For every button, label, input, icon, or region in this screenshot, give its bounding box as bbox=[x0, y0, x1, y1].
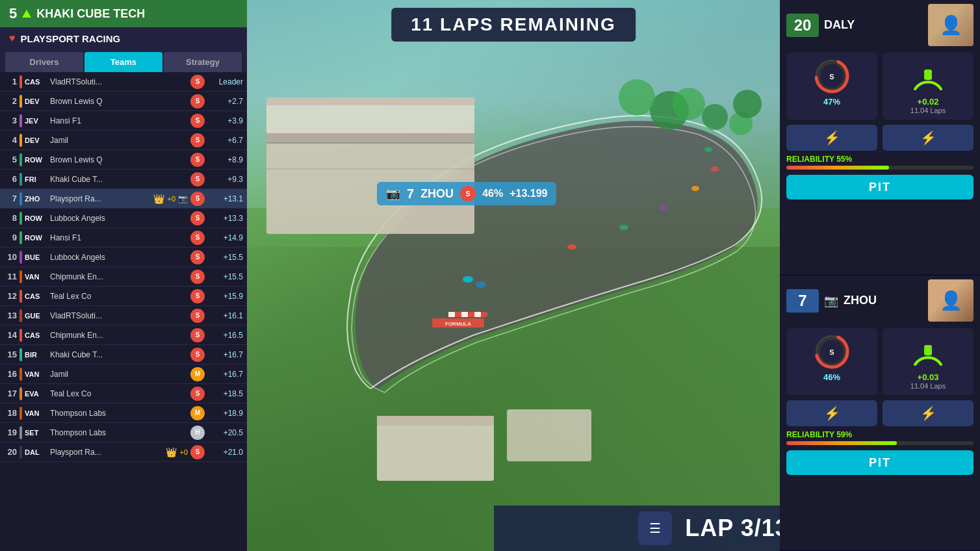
daly-number: 20 bbox=[786, 14, 819, 37]
daly-pit-button[interactable]: PIT bbox=[786, 175, 974, 199]
standing-row-10[interactable]: 10 BUE Lubbock Angels S +15.5 bbox=[0, 248, 247, 267]
zhou-number: 7 bbox=[786, 289, 819, 313]
zhou-fuel-stat: +0.03 11.04 Laps bbox=[883, 328, 974, 395]
row-position: 6 bbox=[4, 174, 17, 184]
zhou-tyre-circle: S bbox=[814, 333, 850, 370]
zhou-speed-button[interactable]: ⚡ bbox=[786, 400, 877, 426]
bottom-bar: ☰ LAP 3/13 ⛑ 📹 bbox=[494, 506, 780, 551]
team-color-bar bbox=[19, 329, 22, 342]
standing-row-1[interactable]: 1 CAS VladRTSoluti... S Leader bbox=[0, 72, 247, 92]
row-gap: +18.9 bbox=[207, 409, 243, 418]
standing-row-19[interactable]: 19 SET Thompson Labs H +20.5 bbox=[0, 423, 247, 442]
row-driver-name: Playsport Ra... bbox=[50, 194, 151, 203]
zhou-boost-button[interactable]: ⚡ bbox=[883, 400, 974, 426]
row-position: 12 bbox=[4, 291, 17, 301]
standing-row-6[interactable]: 6 FRI Khaki Cube T... S +9.3 bbox=[0, 170, 247, 189]
team-name-header: KHAKI CUBE TECH bbox=[36, 7, 145, 21]
hud-camera-icon: 📷 bbox=[386, 186, 400, 201]
row-driver-name: Brown Lewis Q bbox=[50, 155, 188, 164]
sponsor-name: PLAYSPORT RACING bbox=[21, 33, 121, 44]
crown-icon: 👑 bbox=[166, 447, 177, 457]
row-driver-name: Brown Lewis Q bbox=[50, 97, 188, 106]
row-position: 20 bbox=[4, 447, 17, 457]
row-gap: +18.5 bbox=[207, 389, 243, 398]
svg-point-22 bbox=[619, 79, 655, 116]
svg-rect-9 bbox=[448, 312, 455, 317]
team-color-bar bbox=[19, 270, 22, 283]
menu-button[interactable]: ☰ bbox=[638, 511, 672, 545]
row-team-code: CAS bbox=[25, 331, 47, 339]
standing-row-7[interactable]: 7 ZHO Playsport Ra... 👑 +0 📷 S +13.1 bbox=[0, 189, 247, 209]
crown-icon: 👑 bbox=[153, 194, 164, 204]
standing-row-15[interactable]: 15 BIR Khaki Cube T... S +16.7 bbox=[0, 345, 247, 365]
zhou-pit-button[interactable]: PIT bbox=[786, 450, 974, 475]
team-color-bar bbox=[19, 426, 22, 439]
standing-row-16[interactable]: 16 VAN Jamil M +16.7 bbox=[0, 365, 247, 384]
row-tyre-badge: M bbox=[190, 367, 205, 381]
team-color-bar bbox=[19, 75, 22, 88]
daly-reliability-fill bbox=[786, 166, 889, 170]
tab-strategy[interactable]: Strategy bbox=[164, 52, 242, 72]
standing-row-18[interactable]: 18 VAN Thompson Labs M +18.9 bbox=[0, 404, 247, 423]
tab-teams[interactable]: Teams bbox=[84, 52, 162, 72]
zhou-stats: S 46% +0.03 11.04 Laps bbox=[780, 326, 980, 398]
row-tyre-badge: S bbox=[190, 133, 205, 147]
row-gap: +20.5 bbox=[207, 428, 243, 437]
standing-row-3[interactable]: 3 JEV Hansi F1 S +3.9 bbox=[0, 111, 247, 131]
row-tyre-badge: S bbox=[190, 114, 205, 128]
standing-row-12[interactable]: 12 CAS Teal Lex Co S +15.9 bbox=[0, 287, 247, 306]
standing-row-4[interactable]: 4 DEV Jamil S +6.7 bbox=[0, 131, 247, 150]
daly-boost-button[interactable]: ⚡ bbox=[883, 125, 974, 151]
row-position: 19 bbox=[4, 428, 17, 437]
standing-row-9[interactable]: 9 ROW Hansi F1 S +14.9 bbox=[0, 228, 247, 248]
row-position: 8 bbox=[4, 213, 17, 223]
row-position: 13 bbox=[4, 311, 17, 320]
zhou-fuel-val: +0.03 bbox=[918, 372, 939, 382]
row-driver-name: Hansi F1 bbox=[50, 233, 188, 242]
standing-row-14[interactable]: 14 CAS Chipmunk En... S +16.5 bbox=[0, 326, 247, 345]
team-banner: ♥ PLAYSPORT RACING bbox=[0, 27, 247, 49]
daly-fuel-arc bbox=[910, 58, 946, 94]
svg-point-23 bbox=[463, 276, 473, 283]
row-driver-name: Jamil bbox=[50, 136, 188, 145]
standing-row-8[interactable]: 8 ROW Lubbock Angels S +13.3 bbox=[0, 209, 247, 228]
svg-rect-13 bbox=[377, 416, 494, 426]
svg-point-27 bbox=[659, 205, 667, 211]
daly-tyre-circle: S bbox=[814, 58, 850, 94]
row-team-code: DEV bbox=[25, 97, 47, 105]
zhou-reliability-fill bbox=[786, 441, 897, 445]
row-position: 3 bbox=[4, 116, 17, 125]
row-gap: +13.3 bbox=[207, 214, 243, 223]
row-position: 2 bbox=[4, 96, 17, 106]
row-team-code: VAN bbox=[25, 409, 47, 417]
standing-row-11[interactable]: 11 VAN Chipmunk En... S +15.5 bbox=[0, 267, 247, 287]
row-tyre-badge: M bbox=[190, 406, 205, 420]
team-color-bar bbox=[19, 173, 22, 186]
daly-speed-button[interactable]: ⚡ bbox=[786, 125, 877, 151]
standing-row-13[interactable]: 13 GUE VladRTSoluti... S +16.1 bbox=[0, 306, 247, 326]
right-panel: 20 DALY 👤 S 47% bbox=[780, 0, 980, 551]
row-team-code: EVA bbox=[25, 390, 47, 398]
standing-row-5[interactable]: 5 ROW Brown Lewis Q S +8.9 bbox=[0, 150, 247, 170]
standing-row-2[interactable]: 2 DEV Brown Lewis Q S +2.7 bbox=[0, 92, 247, 111]
row-position: 14 bbox=[4, 330, 17, 340]
team-color-bar bbox=[19, 192, 22, 205]
svg-text:S: S bbox=[829, 348, 834, 356]
row-position: 18 bbox=[4, 408, 17, 418]
svg-rect-35 bbox=[924, 70, 932, 80]
row-position: 4 bbox=[4, 135, 17, 145]
row-driver-name: Chipmunk En... bbox=[50, 272, 188, 281]
row-driver-name: Thompson Labs bbox=[50, 428, 188, 437]
row-tyre-badge: S bbox=[190, 172, 205, 186]
daly-avatar: 👤 bbox=[928, 4, 974, 46]
row-driver-name: Teal Lex Co bbox=[50, 292, 188, 301]
row-tyre-badge: H bbox=[190, 426, 205, 440]
hud-tyre-pct: 46% bbox=[482, 188, 503, 199]
daly-tyre-pct: 47% bbox=[823, 97, 840, 107]
row-team-code: VAN bbox=[25, 273, 47, 281]
daly-reliability: RELIABILITY 55% bbox=[780, 153, 980, 172]
row-tyre-badge: S bbox=[190, 309, 205, 323]
tab-drivers[interactable]: Drivers bbox=[5, 52, 83, 72]
standing-row-17[interactable]: 17 EVA Teal Lex Co S +18.5 bbox=[0, 384, 247, 404]
standing-row-20[interactable]: 20 DAL Playsport Ra... 👑 +0 S +21.0 bbox=[0, 442, 247, 462]
